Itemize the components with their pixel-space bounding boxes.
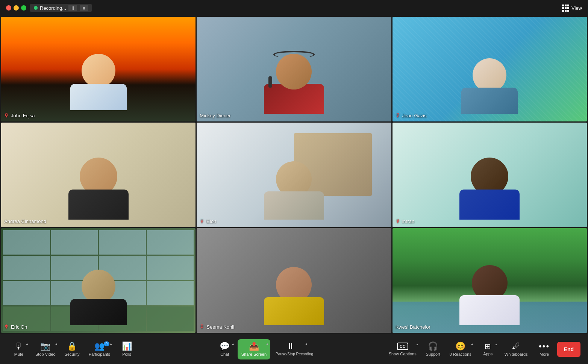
participants-icon: 👥 <box>94 342 105 350</box>
more-label: More <box>540 352 549 356</box>
polls-icon: 📊 <box>122 342 132 350</box>
video-bg-imran <box>393 123 587 227</box>
video-bg-seema <box>197 228 391 333</box>
name-tag-andrea: Andrea Cinnamond <box>4 218 46 224</box>
name-tag-seema: 🎙 Seema Kohli <box>200 324 234 330</box>
maximize-button[interactable] <box>21 5 26 11</box>
captions-chevron: ▲ <box>416 343 419 346</box>
reactions-button[interactable]: ▲ 😊 0 Reactions <box>446 339 475 359</box>
chat-label: Chat <box>220 352 229 356</box>
captions-label: Show Captions <box>389 352 417 356</box>
share-screen-label: Share Screen <box>241 352 267 356</box>
whiteboards-icon: 🖊 <box>512 342 520 350</box>
apps-label: Apps <box>483 352 493 356</box>
video-cell-seema-kohli: 🎙 Seema Kohli <box>197 228 391 333</box>
video-cell-eric-oh: 🎙 Eric Oh <box>1 228 195 333</box>
polls-label: Polls <box>122 352 131 356</box>
security-button[interactable]: 🔒 Security <box>61 339 83 359</box>
toolbar-left: ▲ 🎙 Mute ▲ 📷 Stop Video 🔒 Security ▲ 👥 9… <box>8 339 138 359</box>
security-icon: 🔒 <box>67 342 77 350</box>
toolbar-right: ▲ CC Show Captions 🎧 Support ▲ 😊 0 React… <box>385 339 580 359</box>
chat-chevron: ▲ <box>232 342 235 346</box>
chat-icon: 💬 <box>220 342 230 350</box>
stop-video-label: Stop Video <box>35 352 56 356</box>
name-tag-mickey: Mickey Diener <box>200 113 230 118</box>
top-bar: Recording... ⏸ ■ View <box>0 0 588 16</box>
video-cell-john-fejsa: 🎙 John Fejsa <box>1 17 195 121</box>
polls-button[interactable]: 📊 Polls <box>115 339 138 359</box>
participants-chevron: ▲ <box>109 342 112 346</box>
toolbar: ▲ 🎙 Mute ▲ 📷 Stop Video 🔒 Security ▲ 👥 9… <box>0 334 588 364</box>
toolbar-center: ▲ 💬 Chat ▲ 📤 Share Screen ▲ ⏸ Pause/Stop… <box>214 339 309 359</box>
recording-controls: ⏸ ■ <box>68 5 88 11</box>
video-bg-elon <box>197 123 391 227</box>
mute-icon: 🎙 <box>15 342 23 350</box>
stop-video-icon: 📷 <box>40 342 50 350</box>
traffic-lights <box>6 5 26 11</box>
video-cell-imran: 🎙 imran <box>393 123 587 227</box>
support-icon: 🎧 <box>428 342 438 350</box>
view-label: View <box>571 5 582 11</box>
more-button[interactable]: ••• More <box>533 339 556 359</box>
pause-recording-icon: ⏸ <box>286 342 295 350</box>
name-tag-john: 🎙 John Fejsa <box>4 112 35 118</box>
video-bg-kwesi <box>393 228 587 333</box>
participants-label: Participants <box>89 352 110 356</box>
pause-recording-button[interactable]: ▲ ⏸ Pause/Stop Recording <box>272 339 309 359</box>
recording-label: Recording... <box>40 5 66 11</box>
reactions-chevron: ▲ <box>471 342 474 346</box>
view-button[interactable]: View <box>562 5 582 12</box>
top-bar-left: Recording... ⏸ ■ <box>6 4 92 12</box>
name-tag-jean: 🎙 Jean Gazis <box>396 112 427 118</box>
video-bg-john <box>1 17 195 121</box>
whiteboards-button[interactable]: 🖊 Whiteboards <box>501 339 532 359</box>
participants-button[interactable]: ▲ 👥 9 Participants <box>85 339 114 359</box>
mute-chevron: ▲ <box>26 342 29 346</box>
stop-video-button[interactable]: ▲ 📷 Stop Video <box>32 339 59 359</box>
recording-stop-button[interactable]: ■ <box>80 5 88 11</box>
video-cell-kwesi-batchelor: Kwesi Batchelor <box>393 228 587 333</box>
chat-button[interactable]: ▲ 💬 Chat <box>214 339 236 359</box>
video-bg-andrea <box>1 123 195 227</box>
pause-recording-chevron: ▲ <box>305 342 308 346</box>
video-cell-andrea-cinnamond: Andrea Cinnamond <box>1 123 195 227</box>
grid-icon <box>562 5 569 12</box>
share-screen-button[interactable]: ▲ 📤 Share Screen <box>238 339 270 359</box>
share-screen-icon: 📤 <box>249 342 259 350</box>
name-tag-kwesi: Kwesi Batchelor <box>396 324 430 330</box>
apps-button[interactable]: ▲ ⊞ Apps <box>477 340 499 359</box>
more-icon: ••• <box>539 342 550 350</box>
close-button[interactable] <box>6 5 11 11</box>
mute-label: Mute <box>14 352 23 356</box>
video-bg-eric <box>1 228 195 333</box>
support-button[interactable]: 🎧 Support <box>422 339 444 359</box>
security-label: Security <box>65 352 80 356</box>
show-captions-button[interactable]: ▲ CC Show Captions <box>385 340 420 359</box>
recording-badge: Recording... ⏸ ■ <box>30 4 92 12</box>
apps-icon: ⊞ <box>485 343 491 350</box>
share-screen-chevron: ▲ <box>266 342 269 346</box>
mute-button[interactable]: ▲ 🎙 Mute <box>8 339 30 359</box>
recording-dot <box>34 6 38 10</box>
pause-recording-label: Pause/Stop Recording <box>276 352 306 356</box>
video-bg-mickey <box>197 17 391 121</box>
video-bg-jean <box>393 17 587 121</box>
name-tag-eric: 🎙 Eric Oh <box>4 324 27 330</box>
video-cell-elon: 🎙 Elon <box>197 123 391 227</box>
captions-icon: CC <box>397 343 408 350</box>
reactions-icon: 😊 <box>455 342 465 350</box>
video-grid: 🎙 John Fejsa Mickey Diener <box>0 16 588 334</box>
name-tag-imran: 🎙 imran <box>396 218 415 224</box>
reactions-label: 0 Reactions <box>450 352 471 356</box>
name-tag-elon: 🎙 Elon <box>200 218 216 224</box>
apps-chevron: ▲ <box>495 343 498 346</box>
recording-pause-button[interactable]: ⏸ <box>68 5 77 11</box>
participants-count: 9 <box>104 341 110 346</box>
end-button[interactable]: End <box>557 342 580 357</box>
stop-video-chevron: ▲ <box>55 342 58 346</box>
support-label: Support <box>426 352 440 356</box>
minimize-button[interactable] <box>14 5 19 11</box>
video-cell-jean-gazis: 🎙 Jean Gazis <box>393 17 587 121</box>
video-cell-mickey-diener: Mickey Diener <box>197 17 391 121</box>
whiteboards-label: Whiteboards <box>505 352 528 356</box>
